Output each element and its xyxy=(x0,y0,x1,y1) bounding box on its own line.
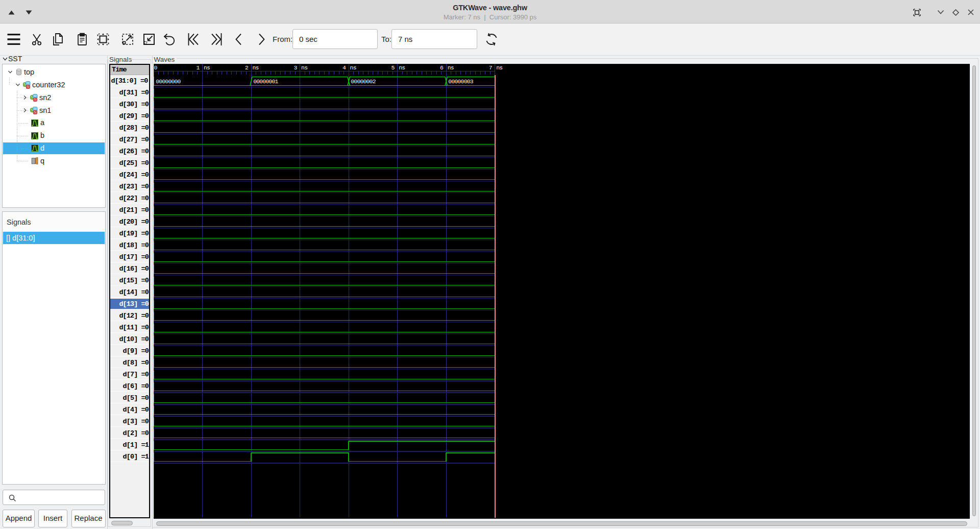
svg-text:ns: ns xyxy=(496,64,502,71)
svg-text:00000002: 00000002 xyxy=(351,78,376,85)
svg-text:ns: ns xyxy=(350,64,356,71)
svg-text:ns: ns xyxy=(399,64,405,71)
svg-text:00000003: 00000003 xyxy=(448,78,473,85)
svg-text:0: 0 xyxy=(154,64,157,71)
svg-text:5: 5 xyxy=(391,64,395,71)
svg-text:ns: ns xyxy=(204,64,210,71)
svg-text:1: 1 xyxy=(196,64,200,71)
svg-text:4: 4 xyxy=(342,64,346,71)
svg-text:6: 6 xyxy=(440,64,444,71)
svg-text:00000001: 00000001 xyxy=(253,78,278,85)
svg-text:7: 7 xyxy=(488,64,492,71)
svg-text:3: 3 xyxy=(293,64,297,71)
svg-text:ns: ns xyxy=(447,64,453,71)
svg-text:ns: ns xyxy=(252,64,258,71)
svg-text:00000000: 00000000 xyxy=(156,78,181,85)
svg-text:ns: ns xyxy=(301,64,307,71)
svg-text:2: 2 xyxy=(244,64,248,71)
